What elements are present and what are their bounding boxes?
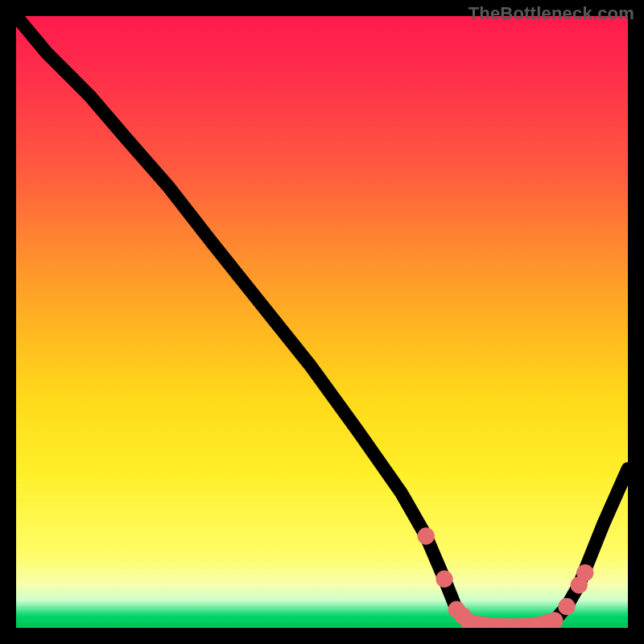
- optimal-dot: [439, 573, 450, 584]
- bottleneck-curve: [16, 16, 628, 626]
- optimal-dot: [561, 601, 572, 613]
- optimal-dot: [580, 568, 591, 579]
- plot-area: [16, 16, 628, 628]
- optimal-dot: [420, 530, 431, 542]
- curve-svg: [16, 16, 628, 628]
- optimal-dot: [573, 580, 584, 591]
- optimal-range-dots: [420, 530, 590, 628]
- optimal-dot: [549, 615, 560, 626]
- chart-frame: TheBottleneck.com: [0, 0, 644, 644]
